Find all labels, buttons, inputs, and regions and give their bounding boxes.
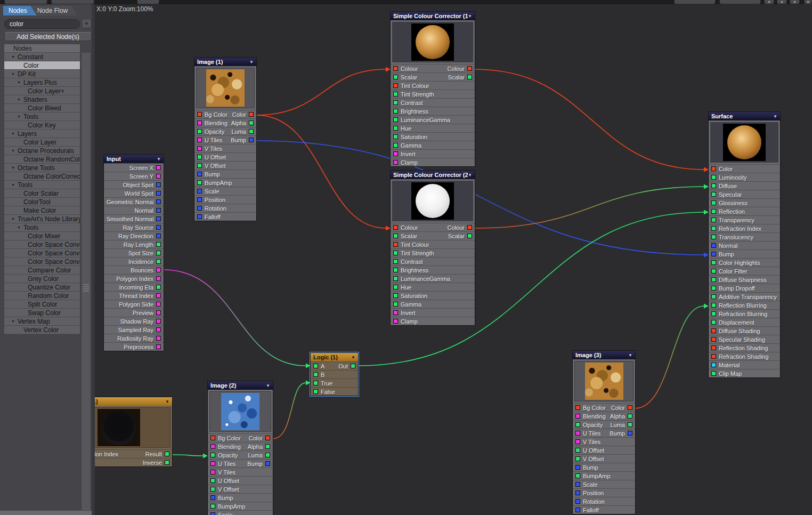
sidebar-item-layers-plus[interactable]: ▼Layers Plus (4, 78, 80, 87)
input-port-icon[interactable] (210, 444, 215, 449)
output-port-scalar[interactable]: Scalar (448, 233, 472, 239)
input-port-normal[interactable]: Normal (711, 243, 737, 249)
input-port-icon[interactable] (197, 172, 202, 176)
input-port-luminancegamma[interactable]: LuminanceGamma (393, 117, 450, 123)
input-port-icon[interactable] (393, 302, 398, 307)
input-port-icon[interactable] (575, 465, 580, 470)
input-port-icon[interactable] (197, 146, 202, 151)
input-port-icon[interactable] (711, 337, 716, 342)
input-port-luminosity[interactable]: Luminosity (711, 174, 747, 181)
input-port-icon[interactable] (711, 183, 716, 188)
wire-image1-color-to-scc2-colour[interactable] (256, 115, 386, 228)
node-image-2[interactable]: Image (2)▼Bg ColorColorBlendingAlphaOpac… (208, 381, 273, 515)
node-menu-arrow-icon[interactable]: ▼ (165, 399, 169, 404)
input-port-bump[interactable]: Bump (197, 171, 220, 178)
output-port-screen-y[interactable]: Screen Y (129, 173, 161, 180)
toolbar-button-stub[interactable]: ▾ (764, 0, 774, 4)
input-port-icon[interactable] (393, 134, 398, 139)
output-port-preprocess[interactable]: Preprocess (124, 344, 161, 350)
input-port-icon[interactable] (210, 512, 215, 515)
input-port-u-tiles[interactable]: U Tiles (575, 430, 601, 437)
input-port-icon[interactable] (711, 328, 716, 333)
input-port-icon[interactable] (197, 129, 202, 134)
toolbar-button-stub[interactable] (719, 0, 761, 4)
input-port-icon[interactable] (711, 269, 716, 273)
node-menu-arrow-icon[interactable]: ▼ (628, 353, 632, 358)
sidebar-item-vertex-map[interactable]: ▼Vertex Map (4, 317, 80, 326)
output-port-ray-direction[interactable]: Ray Direction (118, 233, 161, 239)
input-port-icon[interactable] (575, 414, 580, 419)
output-port-luma[interactable]: Luma (610, 422, 632, 428)
output-port-icon[interactable] (156, 225, 161, 230)
sidebar-item-tools[interactable]: ▼Tools (4, 181, 80, 189)
input-port-icon[interactable] (575, 405, 580, 410)
output-port-icon[interactable] (156, 191, 161, 196)
sidebar-item-color-space-convert-c[interactable]: Color Space Convert C (4, 240, 80, 249)
input-port-opacity[interactable]: Opacity (210, 452, 238, 458)
input-port-v-offset[interactable]: V Offset (575, 456, 604, 462)
sidebar-item-octane-randomcolor-te[interactable]: Octane RandomColor Te (4, 155, 80, 164)
output-port-color[interactable]: Color (232, 111, 254, 118)
output-port-icon[interactable] (467, 234, 472, 238)
sidebar-item-color-mixer[interactable]: Color Mixer (4, 232, 80, 240)
output-port-icon[interactable] (249, 129, 254, 134)
input-port-icon[interactable] (711, 243, 716, 248)
input-port-icon[interactable] (210, 436, 215, 440)
output-port-screen-x[interactable]: Screen X (129, 165, 161, 171)
node-menu-arrow-icon[interactable]: ▼ (157, 157, 161, 162)
wire-image2-color-to-logic1-true[interactable] (273, 383, 306, 439)
toolbar-button-stub[interactable] (4, 0, 47, 4)
sidebar-item-color-key[interactable]: Color Key (4, 121, 80, 130)
input-port-color-filter[interactable]: Color Filter (711, 268, 748, 275)
input-port-falloff[interactable]: Falloff (575, 507, 599, 513)
node-menu-arrow-icon[interactable]: ▼ (351, 355, 355, 360)
input-port-icon[interactable] (210, 453, 215, 457)
input-port-brightness[interactable]: Brightness (393, 267, 428, 273)
input-port-transparency[interactable]: Transparency (711, 217, 754, 223)
panel-divider[interactable] (92, 4, 95, 515)
output-port-incoming-eta[interactable]: Incoming Eta (119, 284, 161, 291)
input-port-icon[interactable] (575, 499, 580, 504)
input-port-diffuse-sharpness[interactable]: Diffuse Sharpness (711, 277, 767, 283)
output-port-icon[interactable] (156, 276, 161, 281)
input-port-refraction-blurring[interactable]: Refraction Blurring (711, 311, 767, 317)
input-port-icon[interactable] (197, 197, 202, 202)
input-port-icon[interactable] (210, 495, 215, 500)
toolbar-button-stub[interactable] (51, 0, 94, 4)
input-port-icon[interactable] (197, 138, 202, 142)
input-port-v-tiles[interactable]: V Tiles (575, 439, 600, 445)
output-port-luma[interactable]: Luma (248, 452, 270, 458)
output-port-icon[interactable] (249, 120, 254, 125)
sidebar-item-make-color[interactable]: Make Color (4, 206, 80, 215)
output-port-sampled-ray[interactable]: Sampled Ray (118, 327, 161, 333)
sidebar-item-color-bleed[interactable]: Color Bleed (4, 104, 80, 112)
input-port-icon[interactable] (711, 252, 716, 256)
output-port-icon[interactable] (156, 182, 161, 187)
output-port-smoothed-normal[interactable]: Smoothed Normal (107, 216, 161, 222)
node-fresnel-1[interactable]: Fresnel (1)▼Refraction IndexResultNormal… (95, 397, 172, 466)
sidebar-item-shaders[interactable]: ▼Shaders (4, 95, 80, 104)
sidebar-item-color-layer[interactable]: Color Layer (4, 138, 80, 147)
node-title-bar[interactable]: Surface▼ (709, 112, 780, 120)
output-port-luma[interactable]: Luma (231, 128, 254, 135)
input-port-icon[interactable] (313, 389, 318, 394)
node-surface[interactable]: Surface▼ColorLuminosityDiffuseSpecularGl… (709, 112, 780, 377)
input-port-icon[interactable] (393, 126, 398, 131)
output-port-spot-size[interactable]: Spot Size (128, 250, 161, 256)
output-port-icon[interactable] (249, 112, 254, 117)
sidebar-item-random-color[interactable]: Random Color (4, 292, 80, 300)
input-port-icon[interactable] (711, 175, 716, 180)
output-port-scalar[interactable]: Scalar (448, 74, 472, 81)
output-port-icon[interactable] (156, 293, 161, 298)
input-port-icon[interactable] (575, 482, 580, 487)
output-port-icon[interactable] (156, 310, 161, 315)
output-port-alpha[interactable]: Alpha (231, 120, 254, 126)
node-menu-arrow-icon[interactable]: ▼ (468, 173, 472, 178)
wire-image1-bump-to-surface-bump[interactable] (256, 141, 704, 255)
node-simple-colour-corrector-1[interactable]: Simple Colour Corrector (1)▼ColourColour… (391, 12, 475, 166)
output-port-colour[interactable]: Colour (448, 66, 472, 72)
node-title-bar[interactable]: Simple Colour Corrector (1)▼ (391, 12, 475, 20)
input-port-icon[interactable] (197, 189, 202, 194)
input-port-v-tiles[interactable]: V Tiles (210, 469, 236, 476)
input-port-icon[interactable] (393, 251, 398, 255)
